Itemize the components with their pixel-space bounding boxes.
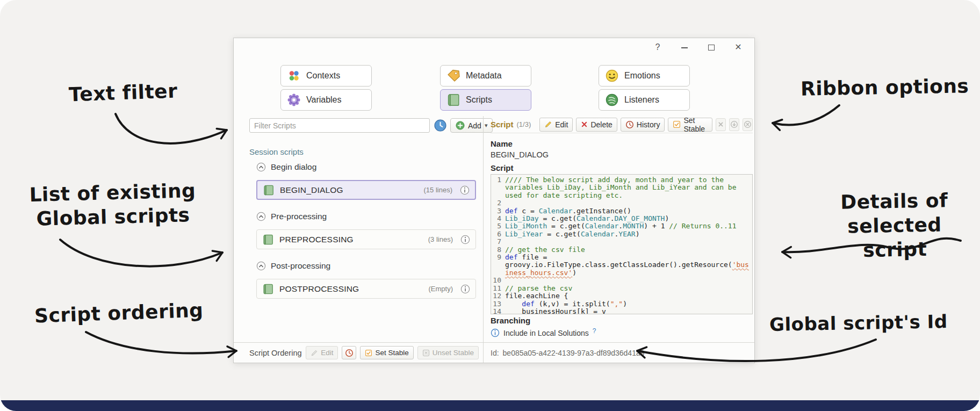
- disabled-x-button[interactable]: [716, 118, 726, 131]
- history-clock-icon: [625, 120, 634, 129]
- titlebar: ? ✕: [234, 38, 754, 56]
- script-label: Script: [491, 163, 514, 172]
- group-header-post-processing[interactable]: Post-processing: [256, 261, 330, 271]
- ribbon-listeners-button[interactable]: Listeners: [599, 89, 690, 111]
- code-line: 4Lib_iDay = c.get(Calendar.DAY_OF_MONTH): [492, 215, 750, 222]
- detail-title: Script: [491, 120, 514, 129]
- include-local-solutions-row: Include in Local Solutions ?: [491, 328, 596, 337]
- code-line: 5Lib_iMonth = c.get(Calendar.MONTH) + 1 …: [492, 222, 750, 230]
- ribbon-emotions-label: Emotions: [624, 71, 660, 81]
- info-icon[interactable]: [460, 284, 470, 294]
- script-icon: [262, 234, 274, 246]
- chevron-up-circle-icon[interactable]: [256, 261, 266, 271]
- set-stable-button[interactable]: Set Stable: [668, 118, 712, 132]
- blue-info-icon[interactable]: [491, 328, 500, 337]
- ribbon-variables-button[interactable]: Variables: [280, 89, 372, 111]
- history-label: History: [637, 120, 660, 129]
- chevron-up-circle-icon[interactable]: [256, 212, 266, 221]
- ordering-edit-button[interactable]: Edit: [306, 346, 338, 359]
- script-list-item-postprocessing[interactable]: POSTPROCESSING (Empty): [256, 279, 476, 299]
- scripts-icon: [446, 93, 460, 107]
- script-ordering-bar: Script Ordering Edit: [234, 343, 483, 363]
- add-script-button[interactable]: Add ▾: [450, 118, 493, 133]
- circle-x-icon: [744, 120, 752, 128]
- ordering-set-stable-label: Set Stable: [375, 349, 408, 357]
- checkbox-icon: [365, 349, 372, 357]
- annotation-ribbon-options: Ribbon options: [801, 74, 969, 100]
- ordering-set-stable-button[interactable]: Set Stable: [360, 346, 413, 359]
- code-line: 14 businessHours[k] = v: [492, 308, 750, 314]
- ordering-edit-label: Edit: [321, 349, 333, 357]
- annotation-line: Global scripts: [18, 202, 208, 231]
- code-line: 10: [492, 277, 750, 284]
- disabled-cancel-button[interactable]: [743, 118, 753, 131]
- metadata-icon: [446, 69, 460, 83]
- history-button[interactable]: History: [621, 118, 665, 132]
- session-scripts-title: Session scripts: [249, 147, 304, 156]
- script-list-item-preprocessing[interactable]: PREPROCESSING (3 lines): [256, 229, 476, 249]
- set-stable-label: Set Stable: [683, 116, 708, 133]
- annotation-text-filter: Text filter: [68, 78, 178, 106]
- ribbon-metadata-button[interactable]: Metadata: [440, 65, 531, 86]
- arrow-text-filter: [116, 114, 227, 143]
- code-line: 2: [492, 199, 750, 207]
- app-window: ? ✕ Contexts: [233, 38, 755, 363]
- delete-label: Delete: [590, 120, 612, 129]
- ribbon-metadata-label: Metadata: [466, 71, 502, 81]
- group-title: Begin dialog: [271, 162, 316, 172]
- code-line: 7: [492, 238, 750, 246]
- script-meta: (15 lines): [424, 186, 452, 194]
- close-icon[interactable]: ✕: [733, 42, 744, 53]
- ribbon-emotions-button[interactable]: Emotions: [599, 65, 690, 86]
- arrow-ordering: [86, 332, 236, 354]
- script-list-item-begin-dialog[interactable]: BEGIN_DIALOG (15 lines): [256, 180, 476, 200]
- edit-label: Edit: [555, 120, 568, 129]
- delete-button[interactable]: Delete: [576, 118, 617, 132]
- script-name: POSTPROCESSING: [279, 284, 423, 294]
- filter-scripts-input[interactable]: [249, 118, 430, 133]
- ribbon-contexts-label: Contexts: [306, 71, 340, 81]
- checkbox-icon: [673, 120, 681, 128]
- code-editor[interactable]: 1//// The below script add day, month an…: [491, 174, 753, 314]
- ribbon-scripts-button[interactable]: Scripts: [440, 89, 531, 111]
- group-title: Pre-processing: [271, 212, 327, 221]
- group-header-pre-processing[interactable]: Pre-processing: [256, 212, 327, 221]
- script-icon: [263, 184, 275, 196]
- clock-filter-button[interactable]: [434, 119, 447, 132]
- maximize-icon[interactable]: [706, 42, 717, 53]
- edit-button[interactable]: Edit: [539, 118, 573, 132]
- code-line: 12file.eachLine {: [492, 292, 750, 300]
- ribbon-column-2: Metadata Scripts: [440, 65, 531, 111]
- info-icon[interactable]: [460, 185, 470, 195]
- ribbon-listeners-label: Listeners: [624, 95, 659, 105]
- script-name: PREPROCESSING: [279, 235, 423, 244]
- info-icon[interactable]: [460, 235, 470, 244]
- ribbon-column-3: Emotions Listeners: [599, 65, 690, 111]
- script-meta: (3 lines): [428, 235, 453, 243]
- red-x-icon: [581, 121, 588, 128]
- group-header-begin-dialog[interactable]: Begin dialog: [256, 162, 316, 172]
- script-ordering-title: Script Ordering: [249, 349, 302, 357]
- chevron-down-icon: ▾: [485, 122, 488, 129]
- history-clock-icon: [345, 349, 354, 357]
- code-line: 11// parse the csv: [492, 285, 750, 292]
- detail-count: (1/3): [517, 120, 531, 128]
- annotation-list-of-scripts: List of existing Global scripts: [18, 178, 208, 231]
- id-label: Id:: [491, 349, 499, 357]
- panel-divider: [483, 116, 484, 363]
- help-question-link[interactable]: ?: [593, 327, 596, 335]
- listeners-icon: [605, 93, 619, 107]
- minimize-icon[interactable]: [679, 42, 690, 53]
- plus-icon: [456, 121, 465, 130]
- name-label: Name: [491, 139, 513, 148]
- pencil-icon: [311, 349, 318, 357]
- variables-icon: [287, 93, 301, 107]
- ordering-history-button[interactable]: [342, 346, 356, 359]
- script-name: BEGIN_DIALOG: [280, 185, 419, 195]
- help-icon[interactable]: ?: [652, 42, 663, 53]
- disabled-download-button[interactable]: [729, 118, 739, 131]
- ribbon-contexts-button[interactable]: Contexts: [280, 65, 372, 86]
- chevron-up-circle-icon[interactable]: [256, 162, 266, 172]
- ordering-unset-stable-button[interactable]: Unset Stable: [417, 346, 479, 359]
- script-detail-header: Script (1/3) Edit Delete History: [491, 117, 753, 133]
